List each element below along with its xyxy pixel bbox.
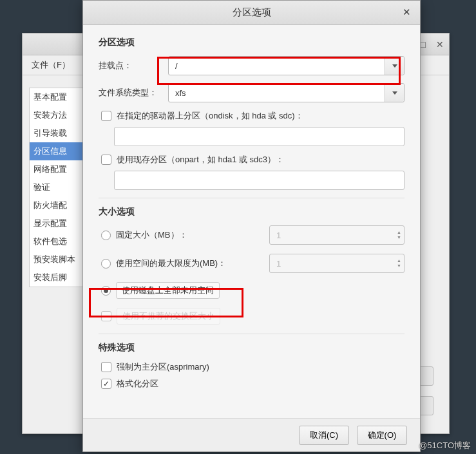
close-icon[interactable]: ✕	[399, 6, 414, 20]
sidebar-item-firewall[interactable]: 防火墙配	[30, 196, 90, 214]
fstype-value: xfs	[169, 88, 385, 98]
label-fixed: 固定大小（MB）：	[116, 229, 264, 241]
section-title-size: 大小选项	[99, 206, 405, 218]
chevron-down-icon[interactable]	[385, 57, 404, 75]
row-fill: 使用磁盘上全部未用空间	[99, 282, 405, 299]
spinner-buttons-icon[interactable]: ▲▼	[397, 230, 401, 240]
input-ondisk[interactable]	[114, 127, 405, 146]
section-title-partition: 分区选项	[99, 37, 405, 48]
row-fixed: 固定大小（MB）： 1 ▲▼	[99, 225, 405, 245]
row-fstype: 文件系统类型： xfs	[99, 83, 405, 102]
label-ondisk: 在指定的驱动器上分区（ondisk，如 hda 或 sdc)：	[117, 110, 303, 122]
row-asprimary: 强制为主分区(asprimary)	[99, 361, 405, 373]
cancel-button[interactable]: 取消(C)	[299, 426, 349, 445]
sidebar-item-display[interactable]: 显示配置	[30, 214, 90, 232]
label-max: 使用空间的最大限度为(MB)：	[116, 258, 264, 269]
checkbox-asprimary[interactable]	[101, 362, 111, 372]
label-swap: 使用不推荐的交换区大小	[117, 308, 220, 325]
spinner-fixed-value: 1	[276, 231, 281, 240]
label-format: 格式化分区	[117, 378, 158, 390]
label-onpart: 使用现存分区（onpart，如 hda1 或 sdc3）：	[117, 154, 284, 166]
mountpoint-combo[interactable]: /	[168, 56, 405, 75]
spinner-fixed[interactable]: 1 ▲▼	[269, 225, 405, 245]
label-asprimary: 强制为主分区(asprimary)	[117, 361, 209, 373]
spinner-max[interactable]: 1 ▲▼	[269, 254, 405, 273]
mountpoint-value: /	[169, 61, 385, 71]
spinner-max-value: 1	[276, 259, 281, 269]
sidebar-item-bootloader[interactable]: 引导装载	[30, 124, 90, 142]
input-onpart[interactable]	[114, 171, 405, 190]
watermark: @51CTO博客	[419, 440, 471, 451]
bg-close-icon[interactable]: ✕	[436, 39, 444, 50]
separator	[99, 198, 405, 198]
row-ondisk: 在指定的驱动器上分区（ondisk，如 hda 或 sdc)：	[99, 110, 405, 122]
fstype-combo[interactable]: xfs	[168, 83, 405, 102]
modal-title: 分区选项	[233, 6, 271, 19]
section-title-special: 特殊选项	[99, 342, 405, 354]
row-mountpoint: 挂载点： /	[99, 56, 405, 75]
sidebar-item-postscript[interactable]: 安装后脚	[30, 269, 90, 287]
radio-fill[interactable]	[101, 286, 111, 296]
sidebar-item-install-method[interactable]: 安装方法	[30, 106, 90, 124]
row-format: 格式化分区	[99, 378, 405, 390]
radio-max[interactable]	[101, 259, 111, 269]
label-mountpoint: 挂载点：	[99, 60, 168, 71]
checkbox-onpart[interactable]	[101, 155, 111, 165]
label-fstype: 文件系统类型：	[99, 87, 168, 99]
row-onpart: 使用现存分区（onpart，如 hda1 或 sdc3）：	[99, 154, 405, 166]
checkbox-format[interactable]	[101, 379, 111, 389]
modal-body: 分区选项 挂载点： / 文件系统类型： xfs 在指定的驱动器上分区（ondis…	[83, 25, 420, 418]
modal-footer: 取消(C) 确定(O)	[83, 418, 420, 451]
sidebar-item-packages[interactable]: 软件包选	[30, 232, 90, 251]
radio-fixed[interactable]	[101, 231, 111, 240]
sidebar-item-prescript[interactable]: 预安装脚本	[30, 251, 90, 269]
row-swap: 使用不推荐的交换区大小	[99, 308, 405, 325]
modal-titlebar: 分区选项 ✕	[83, 1, 420, 25]
sidebar-item-basic[interactable]: 基本配置	[30, 88, 90, 106]
sidebar: 基本配置 安装方法 引导装载 分区信息 网络配置 验证 防火墙配 显示配置 软件…	[29, 88, 91, 287]
sidebar-item-partition[interactable]: 分区信息	[30, 142, 90, 160]
label-fill: 使用磁盘上全部未用空间	[116, 282, 220, 299]
menu-file[interactable]: 文件（F）	[32, 60, 70, 70]
row-max: 使用空间的最大限度为(MB)： 1 ▲▼	[99, 254, 405, 273]
partition-options-dialog: 分区选项 ✕ 分区选项 挂载点： / 文件系统类型： xfs 在指定的驱动器上分…	[82, 0, 421, 452]
checkbox-ondisk[interactable]	[101, 111, 111, 121]
sidebar-item-auth[interactable]: 验证	[30, 178, 90, 196]
spinner-buttons-icon[interactable]: ▲▼	[397, 258, 401, 269]
checkbox-swap	[101, 311, 111, 321]
separator	[99, 334, 405, 334]
ok-button[interactable]: 确定(O)	[357, 426, 407, 445]
sidebar-item-network[interactable]: 网络配置	[30, 160, 90, 178]
bg-maximize-icon[interactable]: □	[421, 39, 426, 50]
chevron-down-icon[interactable]	[385, 84, 404, 102]
